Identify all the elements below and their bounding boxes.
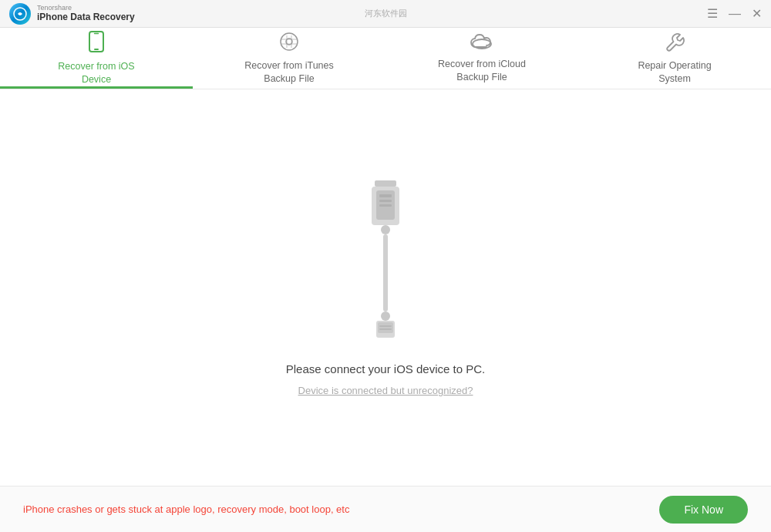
svg-rect-23 [379, 328, 392, 330]
window-controls: ☰ — ✕ [707, 8, 762, 20]
wrench-icon [665, 32, 685, 55]
tab-repair-label: Repair OperatingSystem [638, 59, 711, 85]
main-content: Please connect your iOS device to PC. De… [0, 89, 771, 486]
tab-ios-device-label: Recover from iOSDevice [58, 60, 134, 86]
svg-rect-14 [379, 194, 392, 197]
logo-icon [9, 3, 31, 25]
app-logo: Tenorshare iPhone Data Recovery [9, 3, 135, 25]
fix-now-button[interactable]: Fix Now [659, 496, 748, 524]
warning-text: iPhone crashes or gets stuck at apple lo… [23, 503, 644, 515]
cable-illustration [339, 179, 432, 341]
svg-rect-16 [379, 204, 392, 207]
tab-ios-device[interactable]: Recover from iOSDevice [0, 28, 193, 89]
titlebar: Tenorshare iPhone Data Recovery 河东软件园 ☰ … [0, 0, 771, 28]
svg-rect-21 [378, 322, 393, 333]
tab-itunes-backup[interactable]: Recover from iTunesBackup File [193, 28, 386, 89]
connect-message: Please connect your iOS device to PC. [286, 362, 485, 375]
music-icon [279, 32, 299, 55]
close-button[interactable]: ✕ [752, 8, 762, 20]
svg-rect-19 [381, 311, 390, 321]
tab-repair-os[interactable]: Repair OperatingSystem [578, 28, 771, 89]
watermark-text: 河东软件园 [365, 8, 407, 19]
svg-rect-22 [379, 325, 392, 327]
menu-button[interactable]: ☰ [707, 8, 718, 20]
bottom-bar: iPhone crashes or gets stuck at apple lo… [0, 486, 771, 532]
navigation-tabs: Recover from iOSDevice Recover from iTun… [0, 28, 771, 89]
phone-icon [88, 31, 105, 56]
app-name: iPhone Data Recovery [37, 12, 135, 22]
svg-point-4 [281, 33, 298, 50]
device-unrecognized-link[interactable]: Device is connected but unrecognized? [298, 385, 473, 396]
svg-rect-11 [375, 180, 396, 187]
tab-icloud-backup[interactable]: Recover from iCloudBackup File [386, 28, 578, 89]
cloud-icon [470, 33, 494, 53]
tab-itunes-label: Recover from iTunesBackup File [244, 59, 334, 85]
tab-icloud-label: Recover from iCloudBackup File [438, 58, 526, 83]
svg-rect-15 [379, 200, 392, 202]
logo-text: Tenorshare iPhone Data Recovery [37, 5, 135, 22]
svg-rect-17 [381, 225, 390, 234]
svg-rect-18 [383, 234, 388, 311]
minimize-button[interactable]: — [729, 8, 741, 20]
